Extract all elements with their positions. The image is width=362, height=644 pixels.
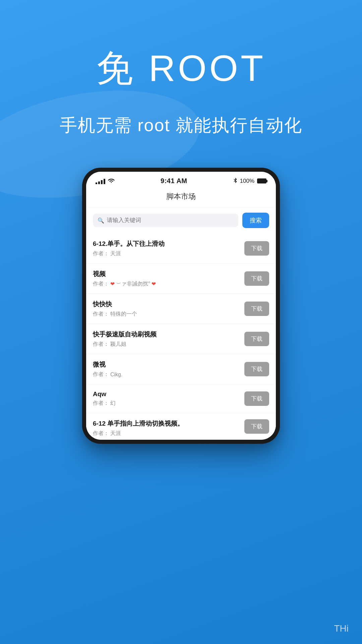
script-name: 6-12.单手。从下往上滑动	[93, 239, 244, 248]
signal-bar-4	[104, 179, 105, 184]
script-author: 作者： ❤ ︶ァ非誠勿扰° ❤	[93, 280, 244, 287]
download-button[interactable]: 下载	[244, 391, 269, 406]
search-button[interactable]: 搜索	[242, 213, 269, 228]
download-button[interactable]: 下载	[244, 241, 269, 256]
phone-frame: 9:41 AM 100% 脚本市场 🔍	[82, 168, 280, 444]
header-section: 免 ROOT 手机无需 root 就能执行自动化	[0, 0, 362, 137]
script-info: 快手极速版自动刷视频 作者： 颖儿姐	[93, 330, 244, 348]
script-name: 快快快	[93, 300, 244, 309]
script-info: 微视 作者： Cikg.	[93, 360, 244, 378]
wifi-icon	[108, 177, 115, 184]
script-author: 作者： 特殊的一个	[93, 311, 244, 318]
signal-bar-1	[96, 182, 97, 184]
heart-icon-2: ❤	[152, 281, 156, 287]
script-author: 作者： 颖儿姐	[93, 341, 244, 348]
script-author: 作者： 幻	[93, 400, 244, 407]
script-item: 视频 作者： ❤ ︶ァ非誠勿扰° ❤ 下载	[86, 264, 276, 294]
script-author: 作者： 天涯	[93, 430, 244, 437]
script-list: 6-12.单手。从下往上滑动 作者： 天涯 下载 视频 作者： ❤	[86, 233, 276, 440]
download-button[interactable]: 下载	[244, 332, 269, 346]
script-info: Aqw 作者： 幻	[93, 390, 244, 407]
status-bar: 9:41 AM 100%	[86, 172, 276, 187]
script-name: 视频	[93, 270, 244, 278]
status-time: 9:41 AM	[161, 177, 187, 185]
bluetooth-icon	[233, 177, 237, 185]
download-button[interactable]: 下载	[244, 362, 269, 376]
script-item: 微视 作者： Cikg. 下载	[86, 354, 276, 384]
script-info: 视频 作者： ❤ ︶ァ非誠勿扰° ❤	[93, 270, 244, 287]
download-button[interactable]: 下载	[244, 419, 269, 434]
heart-icon: ❤	[110, 281, 115, 287]
battery-percentage: 100%	[240, 178, 254, 184]
download-button[interactable]: 下载	[244, 302, 269, 316]
search-icon: 🔍	[98, 217, 104, 224]
search-area: 🔍 搜索	[86, 207, 276, 233]
search-input[interactable]	[107, 217, 234, 224]
script-info: 6-12 单手指向上滑动切换视频。 作者： 天涯	[93, 419, 244, 437]
sub-title: 手机无需 root 就能执行自动化	[0, 114, 362, 137]
script-item: 快手极速版自动刷视频 作者： 颖儿姐 下载	[86, 324, 276, 354]
phone-mockup: 9:41 AM 100% 脚本市场 🔍	[82, 168, 280, 444]
script-info: 快快快 作者： 特殊的一个	[93, 300, 244, 318]
script-item: 快快快 作者： 特殊的一个 下载	[86, 294, 276, 324]
main-title: 免 ROOT	[0, 44, 362, 94]
battery-icon	[257, 178, 266, 183]
script-name: 6-12 单手指向上滑动切换视频。	[93, 419, 244, 428]
search-input-wrapper[interactable]: 🔍	[93, 214, 238, 227]
script-item-partial: 6-12 单手指向上滑动切换视频。 作者： 天涯 下载	[86, 413, 276, 440]
script-author: 作者： 天涯	[93, 250, 244, 257]
script-item: Aqw 作者： 幻 下载	[86, 384, 276, 413]
download-button[interactable]: 下载	[244, 271, 269, 286]
status-right: 100%	[233, 177, 266, 185]
phone-screen: 9:41 AM 100% 脚本市场 🔍	[86, 172, 276, 440]
script-info: 6-12.单手。从下往上滑动 作者： 天涯	[93, 239, 244, 257]
script-author: 作者： Cikg.	[93, 371, 244, 378]
signal-bar-2	[98, 181, 100, 184]
script-name: 快手极速版自动刷视频	[93, 330, 244, 339]
script-name: Aqw	[93, 390, 244, 398]
status-left	[96, 177, 115, 184]
signal-icon	[96, 178, 105, 184]
svg-point-0	[111, 182, 112, 183]
script-item: 6-12.单手。从下往上滑动 作者： 天涯 下载	[86, 233, 276, 264]
bottom-text: THi	[334, 623, 349, 634]
script-name: 微视	[93, 360, 244, 369]
signal-bar-3	[101, 180, 103, 184]
app-title: 脚本市场	[86, 187, 276, 207]
